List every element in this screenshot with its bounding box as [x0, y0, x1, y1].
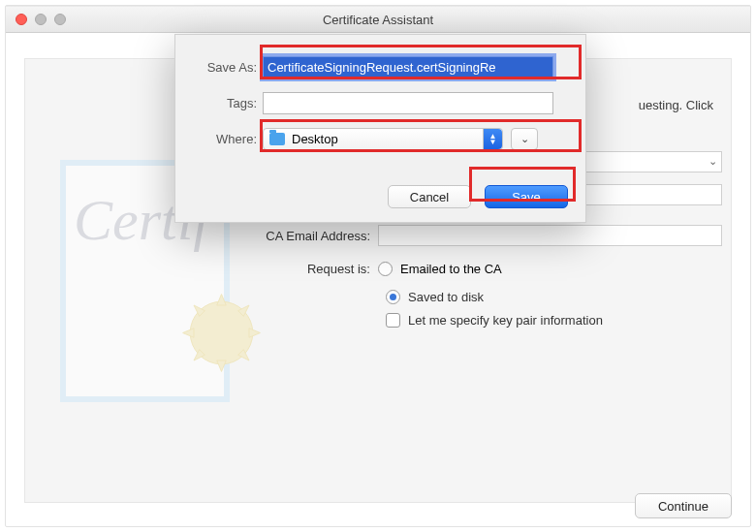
- radio-saved[interactable]: [386, 290, 400, 304]
- titlebar: Certificate Assistant: [6, 6, 750, 33]
- continue-button[interactable]: Continue: [635, 493, 732, 518]
- opt-emailed-label: Emailed to the CA: [400, 262, 502, 276]
- cancel-button[interactable]: Cancel: [388, 185, 471, 208]
- checkbox-keypair[interactable]: [386, 313, 400, 328]
- tags-label: Tags:: [175, 96, 263, 110]
- folder-icon: [269, 133, 285, 145]
- continue-label: Continue: [658, 499, 709, 514]
- save-button[interactable]: Save: [485, 185, 568, 208]
- window-title: Certificate Assistant: [6, 13, 750, 27]
- chevron-down-icon: ⌄: [520, 133, 529, 145]
- ca-email-label: CA Email Address:: [223, 229, 378, 243]
- saveas-label: Save As:: [175, 60, 263, 75]
- opt-keypair-label: Let me specify key pair information: [408, 313, 603, 328]
- save-label: Save: [512, 190, 541, 204]
- expand-button[interactable]: ⌄: [511, 128, 538, 150]
- request-is-label: Request is:: [223, 262, 378, 276]
- opt-saved-label: Saved to disk: [408, 290, 484, 304]
- tags-input[interactable]: [263, 92, 553, 114]
- where-dropdown[interactable]: Desktop ▲▼: [263, 128, 503, 150]
- radio-emailed[interactable]: [378, 262, 393, 276]
- where-label: Where:: [175, 132, 263, 146]
- saveas-input[interactable]: [263, 56, 553, 78]
- where-value: Desktop: [292, 132, 338, 146]
- cancel-label: Cancel: [410, 190, 449, 204]
- ca-email-input[interactable]: [378, 225, 722, 246]
- chevron-down-icon: ⌄: [709, 155, 717, 168]
- updown-caret-icon: ▲▼: [483, 129, 502, 149]
- save-sheet: Save As: Tags: Where: Desktop ▲▼ ⌄ Cance…: [174, 34, 586, 223]
- info-text-partial: uesting. Click: [639, 98, 713, 112]
